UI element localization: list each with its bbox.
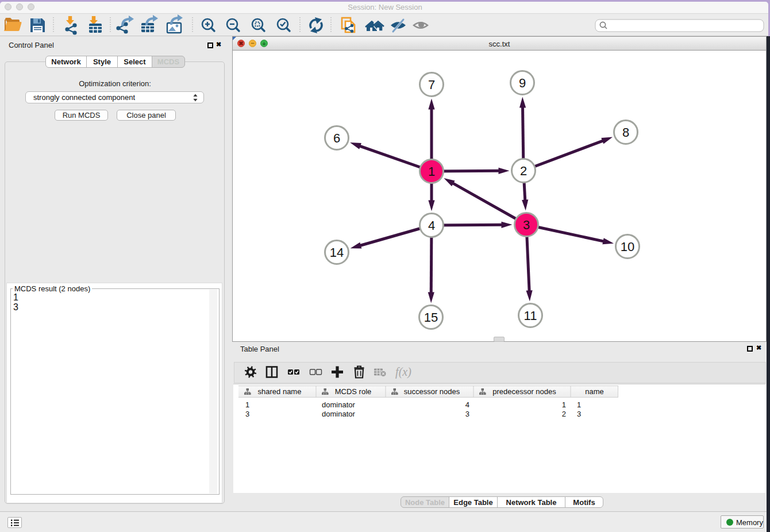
svg-text:7: 7: [428, 78, 435, 92]
svg-text:MCDS role: MCDS role: [335, 387, 372, 396]
svg-text:6: 6: [333, 131, 340, 145]
svg-text:8: 8: [622, 125, 629, 140]
svg-text:3: 3: [523, 218, 530, 232]
svg-text:14: 14: [330, 245, 344, 260]
svg-text:successor nodes: successor nodes: [404, 387, 460, 396]
svg-text:2: 2: [520, 164, 527, 178]
svg-text:9: 9: [519, 76, 526, 90]
svg-text:1: 1: [428, 164, 435, 179]
svg-text:name: name: [585, 387, 604, 396]
svg-text:predecessor nodes: predecessor nodes: [492, 387, 556, 396]
svg-text:11: 11: [524, 309, 537, 323]
svg-text:4: 4: [428, 218, 435, 233]
svg-text:15: 15: [424, 310, 438, 325]
svg-text:f(x): f(x): [395, 365, 411, 379]
svg-text:shared name: shared name: [258, 387, 302, 396]
svg-text:10: 10: [621, 240, 634, 254]
